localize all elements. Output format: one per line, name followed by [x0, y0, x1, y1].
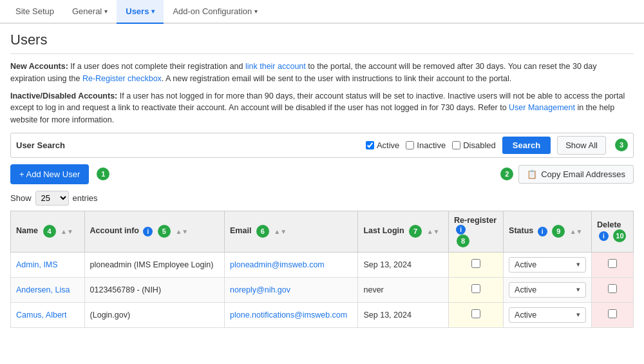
- user-email-link[interactable]: ploneadmin@imsweb.com: [230, 260, 325, 269]
- th-email-label: Email: [230, 227, 251, 236]
- td-delete: [592, 252, 634, 277]
- status-info-icon[interactable]: i: [538, 227, 547, 236]
- add-badge: 1: [97, 168, 109, 180]
- add-new-user-button[interactable]: + Add New User: [10, 164, 89, 184]
- disabled-label: Disabled: [463, 140, 496, 150]
- td-delete: [592, 302, 634, 327]
- page-content: Users New Accounts: If a user does not c…: [0, 24, 644, 336]
- td-reregister: [449, 252, 504, 277]
- th-email: Email 6 ▲▼: [225, 211, 358, 252]
- action-row: + Add New User 1 2 📋 Copy Email Addresse…: [10, 164, 634, 184]
- inactive-checkbox-label[interactable]: Inactive: [406, 140, 446, 150]
- status-value: Active: [515, 285, 536, 294]
- copy-email-label: Copy Email Addresses: [541, 169, 625, 179]
- email-badge: 6: [256, 225, 269, 238]
- addon-arrow-icon: ▾: [254, 8, 258, 15]
- entries-row: Show 10 25 50 100 entries: [10, 191, 634, 206]
- status-select[interactable]: Active▾: [509, 257, 586, 273]
- table-row: Andersen, Lisa0123456789 - (NIH)noreply@…: [11, 277, 634, 302]
- th-delete-label: Delete: [597, 220, 621, 229]
- active-checkbox-label[interactable]: Active: [366, 140, 399, 150]
- th-account-info: Account info i 5 ▲▼: [84, 211, 224, 252]
- th-delete: Delete i 10: [592, 211, 634, 252]
- users-arrow-icon: ▾: [151, 8, 155, 15]
- search-badge: 3: [615, 139, 628, 151]
- table-row: Camus, Albert(Login.gov)plone.notificati…: [11, 302, 634, 327]
- nav-general[interactable]: General ▾: [63, 0, 117, 23]
- reregister-badge: 8: [457, 235, 469, 247]
- page-title: Users: [10, 32, 634, 54]
- user-name-link[interactable]: Admin, IMS: [16, 260, 58, 269]
- td-delete: [592, 277, 634, 302]
- entries-select[interactable]: 10 25 50 100: [35, 191, 69, 206]
- td-last-login: never: [358, 277, 449, 302]
- info-new-accounts: New Accounts: If a user does not complet…: [10, 61, 634, 85]
- search-options: Active Inactive Disabled Search Show All…: [366, 136, 628, 155]
- reregister-info-icon[interactable]: i: [456, 225, 466, 235]
- delete-info-icon[interactable]: i: [599, 231, 609, 241]
- active-label: Active: [377, 140, 399, 150]
- delete-checkbox[interactable]: [608, 309, 617, 318]
- th-status: Status i 9 ▲▼: [504, 211, 592, 252]
- table-row: Admin, IMSploneadmin (IMS Employee Login…: [11, 252, 634, 277]
- disabled-checkbox-label[interactable]: Disabled: [452, 140, 496, 150]
- user-management-link[interactable]: User Management: [509, 103, 575, 112]
- status-value: Active: [515, 260, 536, 269]
- nav-site-setup[interactable]: Site Setup: [6, 0, 63, 23]
- inactive-checkbox[interactable]: [406, 141, 414, 149]
- reregister-checkbox[interactable]: [471, 309, 480, 318]
- delete-checkbox[interactable]: [608, 284, 617, 293]
- status-value: Active: [515, 311, 536, 320]
- active-checkbox[interactable]: [366, 141, 374, 149]
- th-name: Name 4 ▲▼: [11, 211, 85, 252]
- show-all-button[interactable]: Show All: [557, 136, 606, 155]
- re-register-checkbox-link[interactable]: Re-Register checkbox: [82, 74, 162, 83]
- td-last-login: Sep 13, 2024: [358, 252, 449, 277]
- td-status[interactable]: Active▾: [504, 252, 592, 277]
- td-email: plone.notifications@imsweb.com: [225, 302, 358, 327]
- account-info-icon[interactable]: i: [143, 227, 153, 236]
- th-last-login: Last Login 7 ▲▼: [358, 211, 449, 252]
- user-name-link[interactable]: Andersen, Lisa: [16, 285, 70, 294]
- td-name: Admin, IMS: [11, 252, 85, 277]
- td-status[interactable]: Active▾: [504, 277, 592, 302]
- chevron-down-icon: ▾: [576, 260, 580, 269]
- show-label: Show: [10, 193, 32, 203]
- th-account-label: Account info: [90, 227, 139, 236]
- td-account-info: 0123456789 - (NIH): [84, 277, 224, 302]
- th-name-label: Name: [16, 227, 38, 236]
- name-badge: 4: [43, 225, 56, 238]
- search-label: User Search: [16, 140, 74, 150]
- td-status[interactable]: Active▾: [504, 302, 592, 327]
- user-email-link[interactable]: noreply@nih.gov: [230, 285, 290, 294]
- user-name-link[interactable]: Camus, Albert: [16, 311, 67, 320]
- nav-addon[interactable]: Add-on Configuration ▾: [164, 0, 267, 23]
- th-status-label: Status: [509, 227, 533, 236]
- account-sort[interactable]: ▲▼: [175, 228, 188, 235]
- delete-checkbox[interactable]: [608, 259, 617, 268]
- disabled-checkbox[interactable]: [452, 141, 460, 149]
- search-input[interactable]: [80, 140, 359, 150]
- search-bar: User Search Active Inactive Disabled Sea…: [10, 133, 634, 158]
- name-sort[interactable]: ▲▼: [61, 228, 73, 235]
- search-button[interactable]: Search: [502, 137, 551, 154]
- td-email: noreply@nih.gov: [225, 277, 358, 302]
- email-sort[interactable]: ▲▼: [274, 228, 287, 235]
- inactive-label: Inactive: [417, 140, 446, 150]
- user-email-link[interactable]: plone.notifications@imsweb.com: [230, 311, 347, 320]
- th-reregister: Re-register i 8: [449, 211, 504, 252]
- status-select[interactable]: Active▾: [509, 307, 586, 323]
- reregister-checkbox[interactable]: [471, 259, 480, 268]
- th-reregister-label: Re-register: [454, 216, 497, 225]
- status-select[interactable]: Active▾: [509, 282, 586, 298]
- users-table: Name 4 ▲▼ Account info i 5 ▲▼ Email 6 ▲▼…: [10, 211, 634, 328]
- copy-email-button[interactable]: 📋 Copy Email Addresses: [518, 165, 634, 184]
- reregister-checkbox[interactable]: [471, 284, 480, 293]
- th-last-login-label: Last Login: [363, 227, 404, 236]
- status-sort[interactable]: ▲▼: [570, 228, 583, 235]
- link-their-account[interactable]: link their account: [245, 62, 306, 71]
- nav-users[interactable]: Users ▾: [117, 0, 164, 24]
- lastlogin-sort[interactable]: ▲▼: [427, 228, 440, 235]
- top-nav: Site Setup General ▾ Users ▾ Add-on Conf…: [0, 0, 644, 24]
- general-arrow-icon: ▾: [104, 8, 108, 15]
